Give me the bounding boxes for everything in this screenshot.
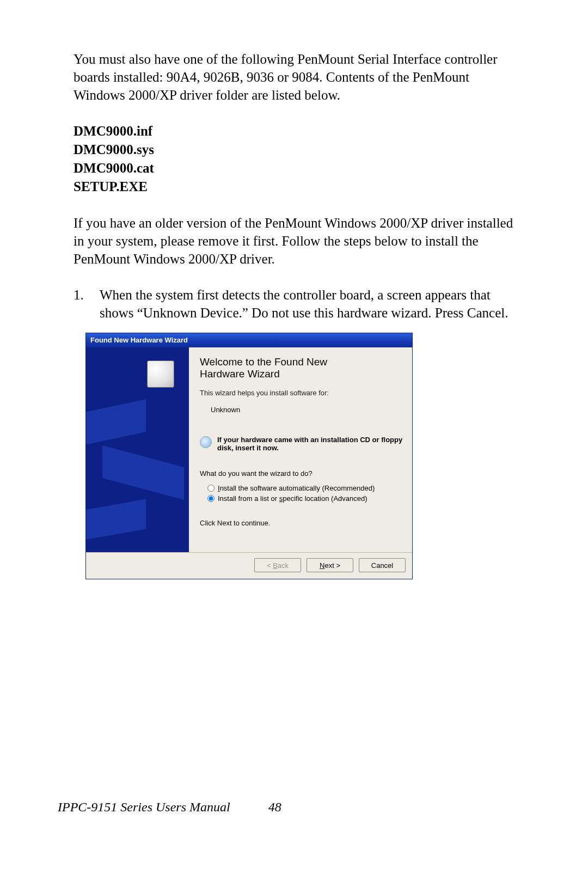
wizard-content: Welcome to the Found New Hardware Wizard… [189, 347, 412, 552]
radio-input[interactable] [207, 495, 215, 502]
radio-install-from-list[interactable]: Install from a list or specific location… [207, 494, 405, 503]
page-footer: IPPC-9151 Series Users Manual 48 [58, 800, 281, 815]
cd-icon [200, 436, 212, 448]
wizard-heading-line2: Hardware Wizard [200, 368, 405, 380]
cd-hint-text: If your hardware came with an installati… [217, 436, 405, 452]
page-number: 48 [268, 800, 281, 815]
cd-hint-row: If your hardware came with an installati… [200, 436, 405, 452]
intro-paragraph: You must also have one of the following … [74, 50, 517, 104]
step-number: 1. [74, 286, 100, 322]
manual-title: IPPC-9151 Series Users Manual [58, 800, 230, 815]
radio-label: Install from a list or specific location… [218, 494, 367, 503]
radio-input[interactable] [207, 485, 215, 492]
wizard-heading-line1: Welcome to the Found New [200, 356, 405, 368]
wizard-question: What do you want the wizard to do? [200, 469, 405, 478]
box-icon [147, 360, 174, 388]
back-button: < Back [254, 558, 301, 572]
cancel-button[interactable]: Cancel [359, 558, 406, 572]
wizard-help-text: This wizard helps you install software f… [200, 389, 405, 397]
step-text: When the system first detects the contro… [100, 286, 517, 322]
wizard-body: Welcome to the Found New Hardware Wizard… [86, 347, 412, 552]
instruction-paragraph: If you have an older version of the PenM… [74, 214, 517, 268]
found-new-hardware-wizard: Found New Hardware Wizard Welcome to the… [85, 333, 413, 579]
wizard-side-art [86, 347, 189, 552]
file-item: DMC9000.inf [74, 123, 517, 140]
click-next-text: Click Next to continue. [200, 519, 405, 527]
step-1: 1. When the system first detects the con… [74, 286, 517, 322]
wizard-footer: < Back Next > Cancel [86, 552, 412, 579]
next-button[interactable]: Next > [307, 558, 353, 572]
radio-label: Install the software automatically (Reco… [218, 484, 375, 492]
radio-install-automatically[interactable]: Install the software automatically (Reco… [207, 484, 405, 492]
file-item: DMC9000.cat [74, 160, 517, 177]
document-page: You must also have one of the following … [0, 0, 588, 579]
screenshot-wrap: Found New Hardware Wizard Welcome to the… [85, 333, 517, 579]
file-item: SETUP.EXE [74, 178, 517, 195]
wizard-titlebar: Found New Hardware Wizard [86, 333, 412, 347]
device-name: Unknown [211, 406, 405, 414]
file-list: DMC9000.inf DMC9000.sys DMC9000.cat SETU… [74, 123, 517, 195]
file-item: DMC9000.sys [74, 141, 517, 158]
